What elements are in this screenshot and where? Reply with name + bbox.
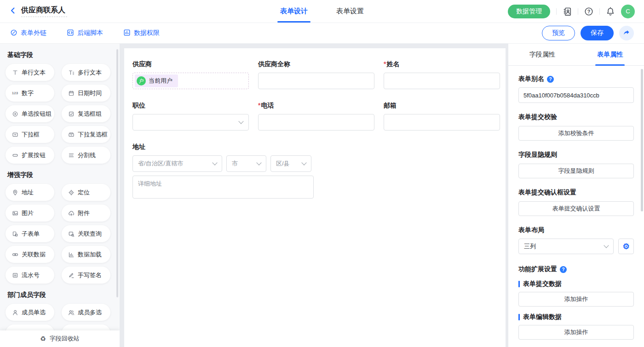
city-select[interactable]: 市 [226, 155, 266, 172]
field-item-extend-button[interactable]: 扩展按钮 [6, 147, 54, 164]
city-placeholder: 市 [232, 159, 238, 168]
form-alias-label: 表单别名 [518, 75, 544, 83]
address-label: 地址 [132, 143, 145, 151]
field-library-sidebar: 基础字段 单行文本 多行文本 123 数字 日期时间 单选按钮组 [0, 44, 120, 347]
panel-scrollbar[interactable] [641, 69, 643, 211]
help-badge-icon[interactable]: ? [547, 76, 554, 83]
data-manage-button[interactable]: 数据管理 [508, 5, 550, 18]
multi-dropdown-icon [68, 131, 75, 138]
district-placeholder: 区/县 [276, 159, 290, 168]
sidebar-scrollbar[interactable] [116, 49, 118, 297]
field-item-single-line-text[interactable]: 单行文本 [6, 64, 54, 81]
user-avatar[interactable]: C [621, 5, 635, 18]
phone-input[interactable] [258, 114, 374, 131]
subform-icon [12, 230, 18, 237]
form-layout-select[interactable]: 三列 [518, 239, 614, 254]
field-email[interactable]: 邮箱 [384, 102, 500, 131]
field-item-image[interactable]: 图片 [6, 205, 54, 222]
address-detail-textarea[interactable]: 详细地址 [132, 176, 314, 199]
field-recycle-bin[interactable]: ♻ 字段回收站 [0, 330, 120, 347]
user-tag-icon: 户 [137, 76, 146, 85]
field-address[interactable]: 地址 省/自治区/直辖市 市 区/县 详细地址 [132, 143, 497, 199]
field-item-datetime[interactable]: 日期时间 [62, 85, 110, 102]
divider [578, 8, 578, 15]
field-item-linked-query[interactable]: 关联查询 [62, 225, 110, 242]
back-button[interactable]: 供应商联系人 [9, 6, 67, 17]
chain-link-icon [12, 251, 18, 258]
field-item-serial-number[interactable]: 流水号 [6, 267, 54, 284]
form-layout-title: 表单布局 [518, 226, 634, 234]
form-design-canvas[interactable]: 供应商 户 当前用户 供应商全称 * 姓名 [124, 48, 506, 347]
supplier-value-box[interactable]: 户 当前用户 [132, 73, 249, 89]
field-item-signature[interactable]: 手写签名 [62, 267, 110, 284]
field-position[interactable]: 职位 [132, 102, 249, 131]
save-button[interactable]: 保存 [581, 26, 614, 40]
add-action-submit-button[interactable]: 添加操作 [518, 292, 634, 307]
supplier-fullname-input[interactable] [258, 73, 374, 89]
number-icon: 123 [12, 90, 18, 97]
form-alias-input[interactable]: 5f0aa10f007b0584da310ccb [518, 87, 634, 103]
add-validation-button[interactable]: 添加校验条件 [518, 126, 634, 141]
field-item-multi-dropdown[interactable]: 下拉复选框 [62, 126, 110, 143]
field-item-checkbox-group[interactable]: 复选框组 [62, 105, 110, 122]
field-visibility-button[interactable]: 字段显隐规则 [518, 164, 634, 178]
district-select[interactable]: 区/县 [270, 155, 311, 172]
field-phone[interactable]: * 电话 [258, 102, 374, 131]
tab-field-properties[interactable]: 字段属性 [508, 44, 576, 65]
email-input[interactable] [384, 114, 500, 131]
supplier-label: 供应商 [132, 60, 152, 68]
tab-form-design[interactable]: 表单设计 [280, 0, 308, 23]
section-title-member-fields: 部门成员字段 [7, 291, 120, 299]
field-item-dropdown[interactable]: 下拉框 [6, 126, 54, 143]
field-supplier[interactable]: 供应商 户 当前用户 [132, 60, 249, 89]
position-select[interactable] [132, 114, 249, 131]
divider [599, 8, 600, 15]
preview-button[interactable]: 预览 [542, 26, 575, 40]
backend-script-link[interactable]: 后端脚本 [67, 29, 103, 38]
data-permission-link[interactable]: 数据权限 [123, 29, 160, 38]
data-permission-label: 数据权限 [134, 29, 160, 37]
submit-confirm-button[interactable]: 表单提交确认设置 [518, 201, 634, 216]
tab-form-settings[interactable]: 表单设置 [336, 0, 364, 23]
field-item-data-load[interactable]: 数据加载 [62, 246, 110, 263]
name-input[interactable] [384, 73, 500, 89]
submit-confirm-title: 表单提交确认框设置 [518, 188, 634, 197]
field-item-attachment[interactable]: 附件 [62, 205, 110, 222]
contacts-icon[interactable] [563, 7, 572, 16]
phone-label: 电话 [261, 102, 274, 110]
field-item-number[interactable]: 123 数字 [6, 85, 54, 102]
field-supplier-fullname[interactable]: 供应商全称 [258, 60, 374, 89]
share-arrow-icon [623, 29, 630, 38]
field-item-member-multi[interactable]: 成员多选 [62, 304, 110, 321]
help-badge-icon[interactable]: ? [560, 266, 567, 273]
bell-icon[interactable] [606, 7, 615, 16]
email-label: 邮箱 [384, 102, 397, 110]
form-external-link[interactable]: 表单外链 [10, 29, 46, 38]
chevron-down-icon [256, 160, 261, 165]
share-button[interactable] [619, 26, 634, 40]
add-action-edit-button[interactable]: 添加操作 [518, 325, 634, 340]
field-item-member-single[interactable]: 成员单选 [6, 304, 54, 321]
chevron-down-icon [604, 243, 609, 248]
field-item-subform[interactable]: 子表单 [6, 225, 54, 242]
help-icon[interactable]: ? [584, 7, 593, 16]
field-name[interactable]: * 姓名 [384, 60, 500, 89]
section-title-enhanced-fields: 增强字段 [7, 171, 120, 179]
layout-settings-button[interactable]: ⚙ [618, 239, 634, 254]
current-user-tag[interactable]: 户 当前用户 [135, 74, 178, 87]
field-item-radio-group[interactable]: 单选按钮组 [6, 105, 54, 122]
field-item-linked-data[interactable]: 关联数据 [6, 246, 54, 263]
backend-script-label: 后端脚本 [77, 29, 103, 37]
field-item-location[interactable]: 定位 [62, 184, 110, 201]
field-item-divider-line[interactable]: 分割线 [62, 147, 110, 164]
field-item-address[interactable]: 地址 [6, 184, 54, 201]
page-title[interactable]: 供应商联系人 [21, 6, 67, 17]
tab-form-properties[interactable]: 表单属性 [576, 44, 644, 65]
app-header: 供应商联系人 表单设计 表单设置 数据管理 ? C [0, 0, 644, 23]
chevron-down-icon [238, 119, 243, 124]
chevron-down-icon [212, 160, 217, 165]
divider [556, 8, 557, 15]
supplier-fullname-label: 供应商全称 [258, 60, 290, 68]
province-select[interactable]: 省/自治区/直辖市 [132, 155, 222, 172]
field-item-multi-line-text[interactable]: 多行文本 [62, 64, 110, 81]
